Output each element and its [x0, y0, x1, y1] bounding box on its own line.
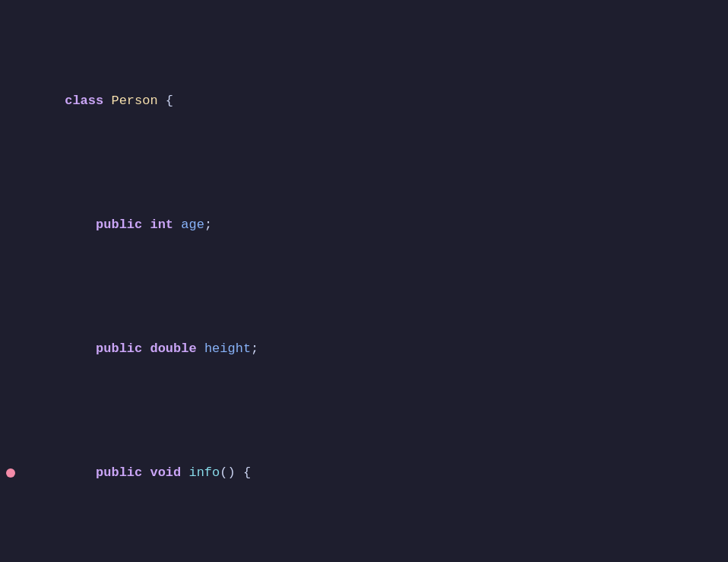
keyword-void-1: void	[150, 465, 181, 480]
keyword-double: double	[150, 341, 196, 356]
method-info: info	[188, 465, 220, 480]
keyword-public-1: public	[96, 217, 142, 232]
var-age: age	[181, 217, 204, 232]
keyword-public-3: public	[96, 465, 142, 480]
keyword-int: int	[150, 217, 173, 232]
keyword-class: class	[65, 94, 103, 108]
code-line-2: public int age;	[8, 194, 728, 256]
code-line-3: public double height;	[8, 318, 728, 380]
code-line-1: class Person {	[8, 70, 728, 132]
class-name-person: Person	[111, 94, 157, 108]
code-editor: class Person { public int age; public do…	[8, 8, 728, 562]
code-line-4: public void info() {	[8, 442, 728, 504]
var-height: height	[204, 341, 251, 356]
breakpoint-1	[6, 468, 15, 478]
keyword-public-2: public	[96, 341, 142, 356]
